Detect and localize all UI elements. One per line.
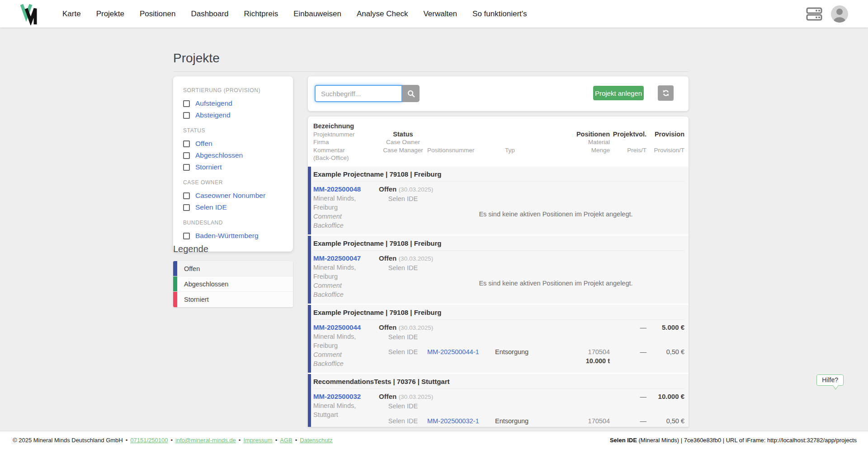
position-number-link[interactable]: MM-202500032-1: [427, 417, 479, 425]
status-label: Offen: [379, 323, 396, 331]
filter-section-status: STATUS: [183, 127, 283, 134]
position-typ: Entsorgung: [495, 347, 553, 365]
project-city: Freiburg: [313, 203, 379, 212]
legend-color-abgeschlossen: [173, 276, 177, 291]
filter-section-bundesland: BUNDESLAND: [183, 220, 283, 226]
search-button[interactable]: [402, 85, 420, 102]
server-status-icon[interactable]: [806, 6, 823, 22]
legend-item-abgeschlossen: Abgeschlossen: [173, 276, 293, 292]
nav-item-projekte[interactable]: Projekte: [96, 9, 124, 19]
case-owner: Selen IDE: [379, 332, 427, 341]
status-label: Offen: [379, 393, 396, 400]
checkbox-icon[interactable]: [183, 112, 190, 119]
position-material: 170504: [553, 347, 610, 356]
legend-title: Legende: [173, 244, 208, 254]
legend-item-offen: Offen: [173, 261, 293, 276]
filter-option-selen-ide[interactable]: Selen IDE: [183, 201, 283, 213]
project-number-link[interactable]: MM-202500044: [313, 323, 379, 332]
mineral-minds-logo-icon[interactable]: [20, 4, 39, 25]
footer-phone-link[interactable]: 07151/250100: [130, 437, 168, 444]
nav-item-richtpreis[interactable]: Richtpreis: [244, 9, 278, 19]
position-material: 170504: [553, 416, 610, 426]
footer-agb-link[interactable]: AGB: [280, 437, 292, 444]
project-row: Example Projectname | 79108 | Freiburg M…: [308, 167, 689, 234]
case-owner: Selen IDE: [379, 402, 427, 411]
filter-option-offen[interactable]: Offen: [183, 138, 283, 150]
create-project-button[interactable]: Projekt anlegen: [593, 86, 644, 100]
no-positions-message: Es sind keine aktiven Positionen im Proj…: [427, 210, 684, 218]
project-preis-t: —: [610, 392, 646, 411]
checkbox-icon[interactable]: [183, 140, 190, 147]
nav-item-so-funktionierts[interactable]: So funktioniert's: [472, 9, 527, 19]
project-number-link[interactable]: MM-202500032: [313, 392, 379, 401]
project-title: Example Projectname | 79108 | Freiburg: [313, 167, 684, 182]
position-menge: 10.000 t: [553, 356, 610, 365]
project-provision: 10.000 €: [646, 392, 684, 411]
legend-color-storniert: [173, 292, 177, 307]
col-projektvol: Projektvol.: [610, 131, 646, 139]
search-input[interactable]: [315, 85, 402, 102]
project-number-link[interactable]: MM-202500047: [313, 254, 379, 263]
project-company: Mineral Minds,: [313, 194, 379, 203]
projects-table: Bezeichnung Projektnummer Firma Kommenta…: [308, 117, 689, 427]
footer-email-link[interactable]: info@mineral-minds.de: [175, 437, 236, 444]
filter-section-case-owner: CASE OWNER: [183, 179, 283, 186]
col-menge: Menge: [553, 146, 610, 154]
filter-section-sortierung: SORTIERUNG (PROVISION): [183, 87, 283, 94]
legend: Offen Abgeschlossen Storniert: [173, 261, 293, 307]
checkbox-icon[interactable]: [183, 204, 190, 211]
help-button[interactable]: Hilfe?: [816, 374, 844, 386]
no-positions-message: Es sind keine aktiven Positionen im Proj…: [427, 280, 684, 287]
projects-toolbar: Projekt anlegen: [308, 76, 689, 111]
filter-panel: SORTIERUNG (PROVISION) Aufsteigend Abste…: [173, 76, 293, 252]
nav-item-einbauweisen[interactable]: Einbauweisen: [293, 9, 341, 19]
filter-option-aufsteigend[interactable]: Aufsteigend: [183, 98, 283, 109]
nav-item-analyse-check[interactable]: Analyse Check: [357, 9, 408, 19]
filter-option-baden-wuerttemberg[interactable]: Baden-Württemberg: [183, 230, 283, 242]
nav-item-positionen[interactable]: Positionen: [140, 9, 175, 19]
filter-option-abgeschlossen[interactable]: Abgeschlossen: [183, 150, 283, 161]
footer-impressum-link[interactable]: Impressum: [243, 437, 272, 444]
col-preis-t: Preis/T: [610, 146, 646, 154]
checkbox-icon[interactable]: [183, 164, 190, 171]
user-avatar[interactable]: [831, 5, 848, 23]
status-label: Offen: [379, 254, 396, 262]
checkbox-icon[interactable]: [183, 233, 190, 239]
refresh-button[interactable]: [658, 85, 674, 101]
position-typ: Entsorgung: [495, 416, 553, 427]
project-comment: Comment: [313, 350, 379, 359]
nav-item-dashboard[interactable]: Dashboard: [191, 9, 228, 19]
position-provision-t: 0,50 €: [646, 416, 684, 427]
col-positionen: Positionen: [553, 131, 610, 139]
project-city: Freiburg: [313, 341, 379, 350]
position-row: Selen IDE MM-202500044-1 Entsorgung 1705…: [379, 347, 684, 365]
col-status: Status: [379, 131, 427, 139]
col-kommentar: Kommentar: [313, 146, 379, 154]
project-company: Mineral Minds,: [313, 401, 379, 410]
col-case-manager: Case Manager: [379, 146, 427, 154]
footer-datenschutz-link[interactable]: Datenschutz: [300, 437, 332, 444]
checkbox-icon[interactable]: [183, 192, 190, 199]
legend-item-storniert: Storniert: [173, 292, 293, 307]
position-preis-t: —: [610, 347, 646, 365]
nav-item-karte[interactable]: Karte: [62, 9, 81, 19]
position-case-manager: Selen IDE: [379, 347, 427, 365]
checkbox-icon[interactable]: [183, 152, 190, 159]
project-city: Stuttgart: [313, 410, 379, 419]
filter-option-storniert[interactable]: Storniert: [183, 161, 283, 173]
position-number-link[interactable]: MM-202500044-1: [427, 348, 479, 355]
project-city: Freiburg: [313, 272, 379, 281]
col-positionsnummer: Positionsnummer: [427, 146, 495, 154]
project-number-link[interactable]: MM-202500048: [313, 185, 379, 194]
project-preis-t: —: [610, 323, 646, 341]
project-title: Example Projectname | 79108 | Freiburg: [313, 305, 684, 320]
status-label: Offen: [379, 185, 396, 193]
nav-item-verwalten[interactable]: Verwalten: [423, 9, 457, 19]
filter-option-absteigend[interactable]: Absteigend: [183, 109, 283, 121]
checkbox-icon[interactable]: [183, 100, 190, 107]
position-row: Selen IDE MM-202500032-1 Entsorgung 1705…: [379, 416, 684, 427]
filter-option-caseowner-nonumber[interactable]: Caseowner Nonumber: [183, 190, 283, 201]
project-comment: Comment: [313, 281, 379, 290]
status-bar-offen: [308, 167, 311, 234]
col-bezeichnung: Bezeichnung: [313, 122, 379, 131]
